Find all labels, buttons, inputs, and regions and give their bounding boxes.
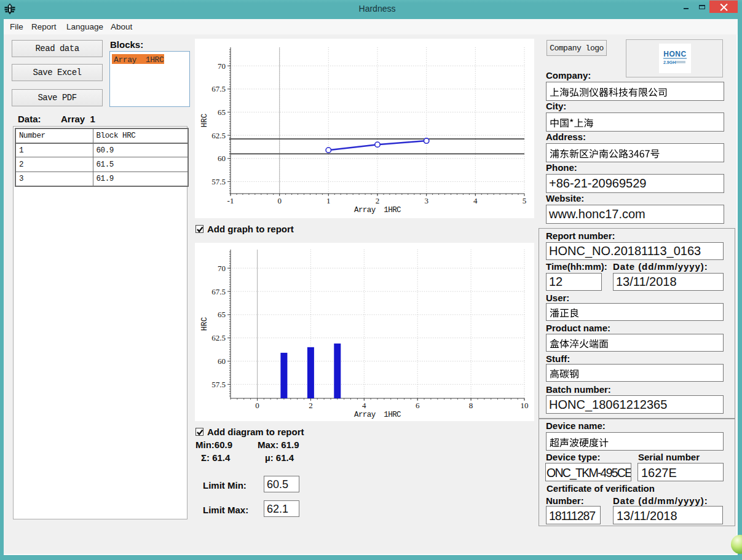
svg-text:65: 65 bbox=[218, 310, 226, 319]
svg-text:Array 1HRC: Array 1HRC bbox=[354, 411, 401, 419]
svg-text:65: 65 bbox=[218, 108, 226, 117]
svg-text:4: 4 bbox=[362, 401, 366, 410]
svg-text:6: 6 bbox=[416, 401, 420, 410]
svg-text:8: 8 bbox=[469, 401, 473, 410]
svg-text:4: 4 bbox=[473, 196, 478, 205]
svg-text:70: 70 bbox=[218, 264, 226, 273]
svg-text:Array 1HRC: Array 1HRC bbox=[354, 206, 401, 215]
svg-text:HRC: HRC bbox=[200, 114, 209, 128]
svg-text:0: 0 bbox=[277, 196, 282, 205]
svg-text:10: 10 bbox=[521, 401, 529, 410]
svg-text:57.5: 57.5 bbox=[211, 380, 226, 389]
svg-text:HRC: HRC bbox=[200, 317, 209, 331]
svg-text:62.5: 62.5 bbox=[211, 131, 226, 140]
svg-text:62.5: 62.5 bbox=[211, 333, 226, 342]
svg-text:HONC: HONC bbox=[663, 50, 686, 58]
svg-text:57.5: 57.5 bbox=[211, 177, 226, 186]
svg-text:60: 60 bbox=[218, 357, 226, 366]
svg-text:67.5: 67.5 bbox=[211, 84, 226, 93]
svg-text:3: 3 bbox=[424, 196, 428, 205]
svg-text:1: 1 bbox=[326, 196, 331, 205]
svg-text:2.9GH: 2.9GH bbox=[663, 60, 676, 65]
svg-text:67.5: 67.5 bbox=[211, 287, 226, 296]
svg-text:-1: -1 bbox=[227, 196, 234, 205]
svg-text:2: 2 bbox=[309, 401, 313, 410]
svg-text:70: 70 bbox=[218, 61, 226, 71]
svg-text:60: 60 bbox=[218, 154, 226, 163]
svg-text:5: 5 bbox=[523, 196, 527, 205]
svg-text:0: 0 bbox=[255, 401, 259, 410]
svg-text:2: 2 bbox=[376, 196, 380, 205]
